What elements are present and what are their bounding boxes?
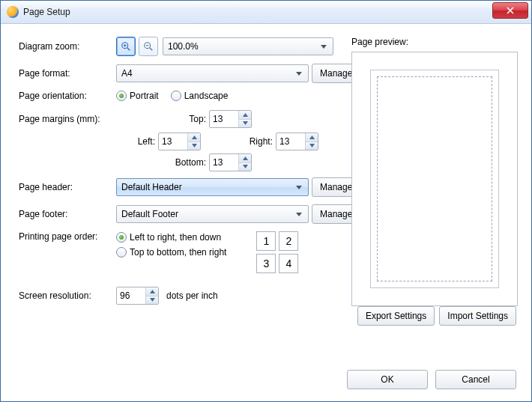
export-settings-button[interactable]: Export Settings: [357, 306, 435, 326]
portrait-label: Portrait: [130, 91, 159, 101]
header-label: Page header:: [19, 182, 116, 192]
order-ltr-radio[interactable]: Left to right, then down: [116, 232, 221, 243]
app-icon: [7, 6, 19, 18]
preview-page: [370, 70, 499, 288]
landscape-radio[interactable]: Landscape: [171, 91, 229, 101]
zoom-combo[interactable]: 100.0%: [163, 37, 333, 55]
chevron-down-icon: [293, 68, 305, 79]
order-ttb-label: Top to bottom, then right: [130, 247, 226, 258]
margin-left-input[interactable]: [159, 133, 187, 150]
close-button[interactable]: [492, 2, 528, 19]
resolution-label: Screen resolution:: [19, 290, 116, 301]
order-ltr-label: Left to right, then down: [130, 232, 221, 243]
ok-button[interactable]: OK: [347, 370, 428, 389]
dialog-window: Page Setup Diagram zoom: 100.0%: [0, 0, 532, 402]
order-cell: 3: [256, 254, 276, 273]
svg-line-5: [150, 48, 153, 51]
margin-left-spinner[interactable]: [158, 133, 201, 150]
order-cell: 4: [279, 254, 298, 273]
radio-icon: [116, 232, 127, 243]
chevron-down-icon: [293, 182, 305, 192]
spin-down-icon[interactable]: [146, 296, 158, 305]
margin-right-input[interactable]: [276, 133, 305, 150]
margin-top-spinner[interactable]: [209, 110, 252, 128]
spin-up-icon[interactable]: [146, 287, 158, 296]
margin-bottom-label: Bottom:: [164, 157, 206, 168]
margin-top-label: Top:: [181, 114, 206, 124]
margins-label: Page margins (mm):: [19, 114, 116, 124]
header-combo[interactable]: Default Header: [116, 178, 309, 196]
landscape-label: Landscape: [184, 91, 229, 101]
zoom-out-icon: [143, 41, 154, 52]
spin-up-icon[interactable]: [239, 154, 251, 163]
radio-icon: [116, 247, 127, 258]
chevron-down-icon: [293, 209, 305, 219]
order-visual: 1 2 3 4: [256, 231, 298, 273]
order-cell: 2: [279, 231, 298, 251]
preview-box: [351, 52, 518, 306]
format-label: Page format:: [19, 68, 116, 79]
footer-combo[interactable]: Default Footer: [116, 205, 309, 223]
close-icon: [507, 7, 514, 14]
portrait-radio[interactable]: Portrait: [116, 91, 159, 101]
format-value: A4: [121, 68, 133, 79]
order-label: Printing page order:: [19, 231, 116, 242]
margin-right-spinner[interactable]: [276, 133, 318, 150]
titlebar: Page Setup: [1, 1, 531, 24]
zoom-value: 100.0%: [168, 41, 199, 52]
spin-up-icon[interactable]: [306, 133, 318, 142]
radio-icon: [171, 91, 181, 101]
window-title: Page Setup: [23, 7, 70, 17]
chevron-down-icon: [318, 41, 330, 52]
import-settings-button[interactable]: Import Settings: [439, 306, 516, 326]
spin-down-icon[interactable]: [188, 142, 200, 150]
margin-left-label: Left:: [116, 136, 155, 147]
spin-down-icon[interactable]: [306, 142, 318, 150]
margin-bottom-spinner[interactable]: [209, 153, 252, 171]
spin-down-icon[interactable]: [239, 163, 251, 171]
radio-icon: [116, 91, 127, 101]
preview-margin-outline: [377, 76, 492, 281]
dpi-label: dots per inch: [166, 290, 218, 301]
footer-label: Page footer:: [19, 209, 116, 219]
margin-top-input[interactable]: [210, 111, 238, 127]
spin-up-icon[interactable]: [239, 111, 251, 120]
preview-label: Page preview:: [351, 37, 516, 47]
resolution-input[interactable]: [117, 287, 145, 304]
margin-bottom-input[interactable]: [210, 154, 238, 171]
orientation-label: Page orientation:: [19, 91, 116, 101]
resolution-spinner[interactable]: [116, 287, 159, 305]
format-combo[interactable]: A4: [116, 64, 309, 82]
svg-line-1: [127, 48, 130, 51]
cancel-button[interactable]: Cancel: [435, 370, 516, 389]
zoom-label: Diagram zoom:: [19, 41, 116, 52]
content-area: Diagram zoom: 100.0% Page format:: [1, 23, 531, 401]
footer-value: Default Footer: [121, 209, 178, 219]
margin-right-label: Right:: [201, 136, 273, 147]
zoom-out-button[interactable]: [139, 37, 158, 56]
spin-up-icon[interactable]: [188, 133, 200, 142]
order-ttb-radio[interactable]: Top to bottom, then right: [116, 247, 226, 258]
zoom-in-button[interactable]: [116, 37, 136, 56]
order-cell: 1: [256, 231, 276, 251]
header-value: Default Header: [121, 182, 182, 192]
spin-down-icon[interactable]: [239, 120, 251, 128]
zoom-in-icon: [121, 41, 131, 52]
